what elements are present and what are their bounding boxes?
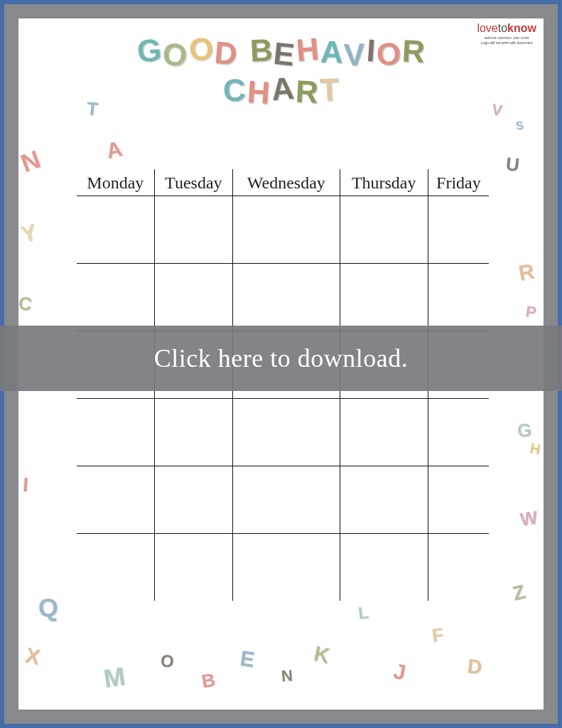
deco-letter: F <box>431 623 445 647</box>
deco-letter: C <box>18 292 33 316</box>
title-letter: E <box>272 36 296 73</box>
chart-cell <box>428 264 489 331</box>
chart-cell <box>233 399 340 466</box>
title-letter: R <box>295 73 319 110</box>
chart-cell <box>233 466 340 534</box>
chart-row <box>77 196 489 264</box>
chart-cell <box>233 534 340 601</box>
deco-letter: A <box>104 136 124 164</box>
logo-text: lovetoknow <box>477 22 536 34</box>
chart-header: Monday <box>77 169 154 196</box>
deco-letter: I <box>22 473 29 496</box>
chart-cell <box>154 466 232 534</box>
title-letter: B <box>249 32 273 69</box>
chart-cell <box>77 196 154 264</box>
title-letter: A <box>270 70 296 108</box>
deco-letter: W <box>519 506 539 530</box>
deco-letter: L <box>357 602 370 623</box>
chart-cell <box>154 264 232 331</box>
chart-cell <box>428 399 489 466</box>
deco-letter: E <box>239 646 256 672</box>
logo-love: love <box>477 22 497 34</box>
deco-letter: H <box>529 440 542 459</box>
chart-cell <box>154 399 232 466</box>
chart-cell <box>154 196 232 264</box>
chart-cell <box>77 534 154 601</box>
logo-to: to <box>498 22 507 34</box>
deco-letter: N <box>18 144 44 178</box>
title-letter: O <box>375 36 402 73</box>
deco-letter: X <box>23 643 43 669</box>
chart-header: Wednesday <box>233 169 340 196</box>
chart-header: Friday <box>428 169 489 196</box>
deco-letter: R <box>517 259 536 285</box>
title-letter: H <box>247 74 271 111</box>
deco-letter: D <box>466 655 482 679</box>
chart-cell <box>428 534 489 601</box>
chart-header: Thursday <box>340 169 428 196</box>
deco-letter: J <box>391 659 407 685</box>
download-banner-text: Click here to download. <box>154 343 408 373</box>
chart-cell <box>428 196 489 264</box>
chart-cell <box>340 399 428 466</box>
outer-frame: lovetoknow advice women can trust Logo w… <box>0 0 562 728</box>
title-letter: O <box>187 30 215 68</box>
logo-know: know <box>507 22 536 34</box>
chart-cell <box>233 196 340 264</box>
deco-letter: S <box>515 119 524 132</box>
deco-letter: B <box>200 669 217 693</box>
chart-header-row: MondayTuesdayWednesdayThursdayFriday <box>77 169 489 196</box>
deco-letter: P <box>524 302 537 322</box>
chart-cell <box>428 466 489 534</box>
page-title: GOODBEHAVIOR CHART <box>18 18 544 108</box>
download-banner[interactable]: Click here to download. <box>0 326 562 391</box>
chart-row <box>77 399 489 466</box>
title-letter: C <box>222 72 247 109</box>
title-letter: H <box>295 31 320 69</box>
title-letter: I <box>365 33 377 69</box>
deco-letter: K <box>312 641 332 668</box>
chart-cell <box>154 534 232 601</box>
chart-row <box>77 264 489 331</box>
deco-letter: Q <box>38 592 60 623</box>
deco-letter: M <box>102 661 127 694</box>
chart-row <box>77 534 489 601</box>
deco-letter: N <box>281 666 293 685</box>
title-letter: D <box>213 35 239 73</box>
chart-cell <box>340 466 428 534</box>
deco-letter: T <box>86 97 99 120</box>
chart-cell <box>77 264 154 331</box>
title-letter: R <box>401 33 426 70</box>
chart-cell <box>340 196 428 264</box>
chart-cell <box>77 466 154 534</box>
deco-letter: V <box>490 100 504 120</box>
title-letter: T <box>319 72 340 108</box>
deco-letter: Z <box>510 580 527 605</box>
chart-row <box>77 466 489 534</box>
deco-letter: U <box>504 153 520 176</box>
chart-cell <box>233 264 340 331</box>
logo-print-note: Logo will not print with document <box>477 41 536 45</box>
deco-letter: Y <box>18 219 40 248</box>
title-letter: A <box>320 33 344 70</box>
logo: lovetoknow advice women can trust Logo w… <box>477 23 536 45</box>
chart-header: Tuesday <box>154 169 232 196</box>
title-letter: O <box>162 36 188 73</box>
deco-letter: G <box>516 419 532 442</box>
title-line-1: GOODBEHAVIOR <box>18 34 544 70</box>
deco-letter: O <box>160 651 175 672</box>
chart-body <box>77 196 489 601</box>
title-letter: G <box>136 32 163 69</box>
logo-tagline: advice women can trust <box>477 36 536 40</box>
chart-cell <box>77 399 154 466</box>
title-letter: V <box>343 37 365 73</box>
chart-cell <box>340 534 428 601</box>
chart-cell <box>340 264 428 331</box>
